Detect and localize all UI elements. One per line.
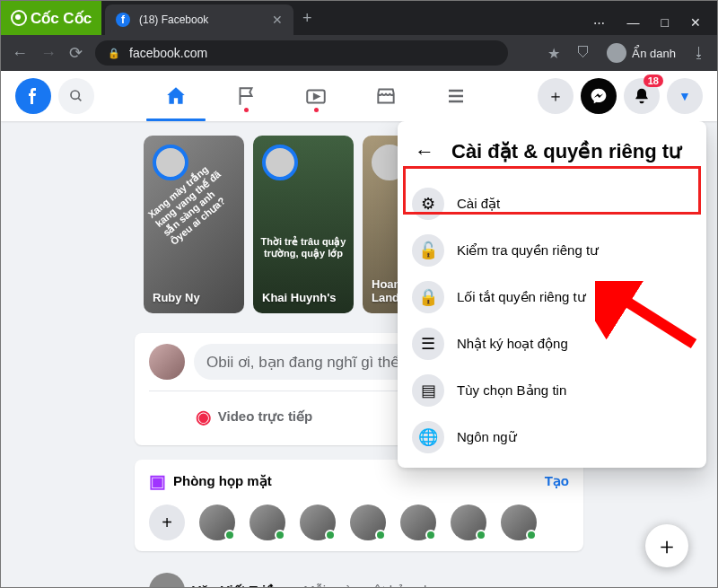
rooms-create-link[interactable]: Tạo bbox=[545, 473, 569, 489]
unlock-icon: 🔓 bbox=[412, 234, 444, 267]
live-video-button[interactable]: ◉ Video trực tiếp bbox=[149, 399, 359, 434]
rooms-card: ▣ Phòng họp mặt Tạo + bbox=[135, 460, 583, 551]
rooms-avatars: + bbox=[149, 505, 569, 540]
url-text: facebook.com bbox=[129, 46, 207, 60]
search-button[interactable] bbox=[58, 78, 94, 114]
new-tab-button[interactable]: + bbox=[302, 9, 312, 28]
shield-icon[interactable]: ⛉ bbox=[576, 45, 591, 61]
account-dropdown-button[interactable]: ▼ bbox=[667, 78, 703, 114]
window-app-menu-icon[interactable]: ⋯ bbox=[593, 16, 606, 30]
nav-reload-icon[interactable]: ⟳ bbox=[69, 43, 83, 63]
incognito-label: Ẩn danh bbox=[632, 47, 676, 60]
marketplace-icon bbox=[374, 84, 398, 108]
story-avatar bbox=[262, 145, 298, 180]
nav-back-icon[interactable]: ← bbox=[12, 44, 28, 63]
online-dot bbox=[425, 530, 436, 540]
chevron-down-icon: ▼ bbox=[679, 89, 691, 103]
room-avatar[interactable] bbox=[250, 505, 285, 540]
browser-titlebar: Cốc Cốc f (18) Facebook ✕ + ⋯ ― □ ✕ bbox=[1, 1, 717, 35]
facebook-logo[interactable] bbox=[15, 78, 51, 114]
rooms-icon: ▣ bbox=[149, 470, 166, 492]
post-header[interactable]: Văn Viết Triều ▸ Mỗi ngày một bản nhạc bbox=[135, 566, 583, 588]
content-area: Xang mày trắng kang vang thế đã sẵn sàng… bbox=[1, 121, 717, 588]
center-nav bbox=[144, 73, 487, 119]
tab-close-icon[interactable]: ✕ bbox=[272, 13, 283, 27]
dropdown-item-privacy-checkup[interactable]: 🔓 Kiểm tra quyền riêng tư bbox=[405, 227, 699, 274]
online-dot bbox=[476, 530, 486, 540]
coccoc-icon bbox=[11, 10, 27, 26]
online-dot bbox=[275, 530, 285, 540]
video-icon: ◉ bbox=[196, 406, 211, 427]
facebook-header: ＋ 18 ▼ bbox=[1, 71, 717, 121]
online-dot bbox=[325, 530, 336, 540]
room-avatar[interactable] bbox=[451, 505, 486, 540]
room-avatar[interactable] bbox=[199, 505, 235, 540]
bookmark-star-icon[interactable]: ★ bbox=[547, 45, 560, 62]
story-caption: Thời trẻ trâu quậy trường, quậy lớp bbox=[260, 236, 346, 259]
post-avatar bbox=[149, 573, 185, 588]
messenger-icon bbox=[590, 87, 608, 105]
nav-pages[interactable] bbox=[215, 73, 277, 119]
messenger-button[interactable] bbox=[581, 78, 617, 114]
story-author: Ruby Ny bbox=[153, 291, 235, 304]
dropdown-item-label: Lối tắt quyền riêng tư bbox=[457, 289, 586, 305]
dropdown-item-activity-log[interactable]: ☰ Nhật ký hoạt động bbox=[405, 320, 699, 367]
dropdown-item-privacy-shortcuts[interactable]: 🔒 Lối tắt quyền riêng tư bbox=[405, 274, 699, 320]
live-video-label: Video trực tiếp bbox=[218, 408, 312, 425]
dropdown-item-label: Nhật ký hoạt động bbox=[457, 336, 568, 352]
nav-home[interactable] bbox=[144, 73, 207, 119]
room-avatar[interactable] bbox=[350, 505, 386, 540]
tab-title: (18) Facebook bbox=[139, 13, 208, 26]
facebook-favicon-icon: f bbox=[116, 13, 130, 27]
room-avatar[interactable] bbox=[300, 505, 336, 540]
new-message-fab[interactable]: ＋ bbox=[645, 524, 688, 567]
notifications-button[interactable]: 18 bbox=[624, 78, 660, 114]
online-dot bbox=[224, 530, 235, 540]
story-card[interactable]: Xang mày trắng kang vang thế đã sẵn sàng… bbox=[144, 136, 244, 313]
notification-dot bbox=[314, 108, 319, 112]
room-add-button[interactable]: + bbox=[149, 505, 185, 540]
post-context: Mỗi ngày một bản nhạc bbox=[303, 583, 446, 588]
settings-privacy-dropdown: ← Cài đặt & quyền riêng tư ⚙ Cài đặt 🔓 K… bbox=[398, 121, 706, 468]
dropdown-item-language[interactable]: 🌐 Ngôn ngữ bbox=[405, 414, 699, 461]
nav-watch[interactable] bbox=[285, 73, 347, 119]
window-minimize-icon[interactable]: ― bbox=[627, 15, 640, 30]
dropdown-item-news-feed-prefs[interactable]: ▤ Tùy chọn Bảng tin bbox=[405, 367, 699, 414]
browser-address-row: ← → ⟳ 🔒 facebook.com ★ ⛉ Ẩn danh ⭳ bbox=[1, 35, 717, 71]
create-button[interactable]: ＋ bbox=[538, 78, 574, 114]
story-avatar bbox=[153, 145, 188, 180]
dropdown-item-label: Kiểm tra quyền riêng tư bbox=[457, 242, 599, 259]
dropdown-item-label: Cài đặt bbox=[457, 196, 500, 212]
user-avatar[interactable] bbox=[149, 344, 185, 380]
composer-placeholder: Obii ơi, bạn đang nghĩ gì thế? bbox=[206, 353, 408, 372]
story-card[interactable]: Thời trẻ trâu quậy trường, quậy lớp Khai… bbox=[253, 136, 354, 313]
flag-icon bbox=[234, 84, 258, 108]
online-dot bbox=[526, 530, 537, 540]
story-author: Khai Huynh's bbox=[262, 291, 345, 304]
dropdown-item-label: Tùy chọn Bảng tin bbox=[457, 382, 566, 399]
globe-icon: 🌐 bbox=[412, 421, 444, 453]
lock-icon: 🔒 bbox=[412, 281, 444, 313]
online-dot bbox=[375, 530, 386, 540]
download-icon[interactable]: ⭳ bbox=[692, 45, 706, 61]
rooms-title-label: Phòng họp mặt bbox=[173, 473, 272, 489]
dropdown-title: Cài đặt & quyền riêng tư bbox=[451, 140, 681, 163]
nav-marketplace[interactable] bbox=[355, 73, 417, 119]
dropdown-back-button[interactable]: ← bbox=[408, 136, 441, 168]
notification-badge: 18 bbox=[644, 75, 663, 87]
incognito-indicator[interactable]: Ẩn danh bbox=[607, 43, 676, 63]
browser-name: Cốc Cốc bbox=[31, 9, 92, 28]
address-bar[interactable]: 🔒 facebook.com bbox=[95, 40, 508, 66]
svg-line-1 bbox=[78, 98, 81, 101]
dropdown-item-label: Ngôn ngữ bbox=[457, 429, 517, 445]
room-avatar[interactable] bbox=[400, 505, 436, 540]
browser-tab[interactable]: f (18) Facebook ✕ bbox=[105, 4, 293, 35]
svg-point-0 bbox=[71, 91, 79, 99]
nav-menu[interactable] bbox=[425, 73, 487, 119]
facebook-f-icon bbox=[22, 85, 44, 107]
browser-logo: Cốc Cốc bbox=[1, 1, 101, 35]
dropdown-item-settings[interactable]: ⚙ Cài đặt bbox=[405, 180, 699, 227]
window-close-icon[interactable]: ✕ bbox=[690, 15, 701, 30]
window-maximize-icon[interactable]: □ bbox=[661, 15, 669, 30]
room-avatar[interactable] bbox=[501, 505, 537, 540]
